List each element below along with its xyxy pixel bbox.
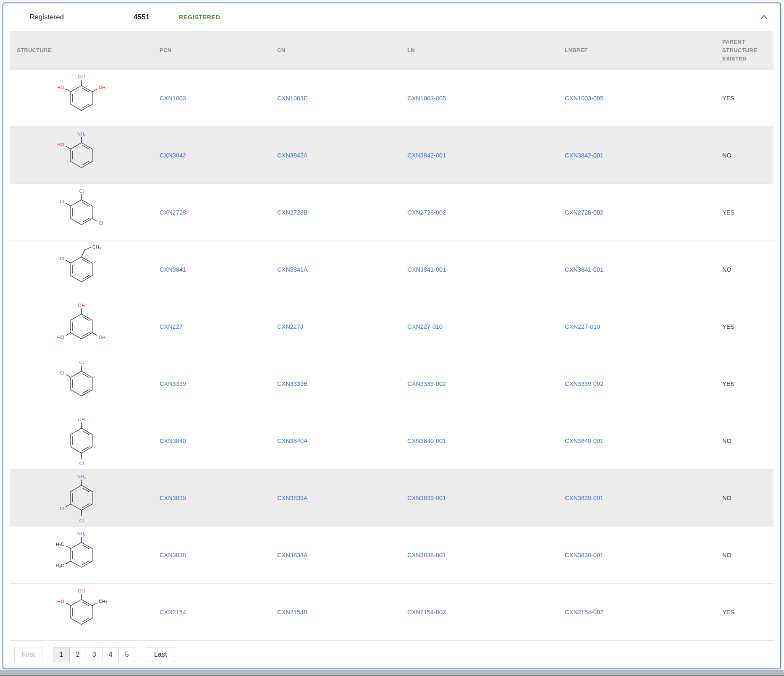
page-button-5[interactable]: 5 bbox=[118, 647, 135, 662]
parent-structure-existed-value: YES bbox=[716, 323, 774, 330]
pcn-link[interactable]: CXN2728 bbox=[160, 209, 186, 216]
cn-cell: CXN3839A bbox=[270, 495, 401, 501]
pcn-link[interactable]: CXN3842 bbox=[160, 152, 186, 159]
svg-text:OH: OH bbox=[78, 74, 85, 79]
table-body: OHHOOHCXN1003CXN1003ECXN1003-005CXN1003-… bbox=[10, 70, 774, 641]
ln-cell: CXN2728-002 bbox=[401, 209, 558, 216]
page-button-1[interactable]: 1 bbox=[53, 647, 70, 662]
svg-text:NH₂: NH₂ bbox=[77, 531, 86, 536]
parent-structure-existed-value: NO bbox=[716, 152, 774, 159]
pcn-link[interactable]: CXN2154 bbox=[160, 609, 186, 616]
pcn-link[interactable]: CXN3339 bbox=[160, 380, 186, 387]
lnbref-link[interactable]: CXN2154-002 bbox=[565, 609, 603, 616]
structure-cell: OHHOOH bbox=[10, 70, 153, 126]
lnbref-cell: CXN227-010 bbox=[558, 323, 716, 330]
ln-link[interactable]: CXN3840-001 bbox=[407, 438, 446, 444]
molecule-structure: OHHOOH bbox=[50, 71, 113, 125]
pcn-cell: CXN2728 bbox=[153, 209, 270, 216]
table-row[interactable]: OHHOOHCXN227CXN227JCXN227-010CXN227-010Y… bbox=[10, 298, 774, 355]
first-page-button[interactable]: First bbox=[14, 647, 42, 662]
molecule-structure: NH₂H₃CH₃C bbox=[50, 528, 113, 582]
cn-link[interactable]: CXN3842A bbox=[277, 152, 308, 159]
table-row[interactable]: ClClCXN3339CXN3339BCXN3339-002CXN3339-00… bbox=[10, 355, 774, 412]
table-row[interactable]: OHHOOHCXN1003CXN1003ECXN1003-005CXN1003-… bbox=[10, 70, 774, 127]
cn-link[interactable]: CXN227J bbox=[277, 323, 303, 330]
table-row[interactable]: CH₃ClCXN3841CXN3841ACXN3841-001CXN3841-0… bbox=[10, 241, 774, 298]
cn-link[interactable]: CXN3339B bbox=[277, 380, 308, 387]
lnbref-cell: CXN3841-001 bbox=[558, 266, 716, 273]
cn-cell: CXN1003E bbox=[270, 95, 401, 102]
pcn-link[interactable]: CXN227 bbox=[160, 323, 183, 330]
svg-text:CH₃: CH₃ bbox=[92, 244, 101, 249]
cn-link[interactable]: CXN3840A bbox=[277, 438, 308, 444]
pcn-link[interactable]: CXN1003 bbox=[160, 95, 186, 102]
page-button-2[interactable]: 2 bbox=[69, 647, 86, 662]
pcn-cell: CXN3339 bbox=[153, 380, 270, 387]
molecule-structure: OHHOCH₃ bbox=[50, 585, 113, 639]
lnbref-link[interactable]: CXN227-010 bbox=[565, 323, 600, 330]
table-row[interactable]: NH₂ClClCXN3839CXN3839ACXN3839-001CXN3839… bbox=[10, 469, 774, 527]
pcn-link[interactable]: CXN3839 bbox=[160, 495, 186, 501]
cn-link[interactable]: CXN3839A bbox=[277, 495, 308, 501]
ln-link[interactable]: CXN3839-001 bbox=[407, 495, 446, 501]
lnbref-cell: CXN3839-001 bbox=[558, 495, 716, 501]
molecule-structure: OHCl bbox=[50, 414, 113, 467]
ln-link[interactable]: CXN227-010 bbox=[407, 323, 443, 330]
lnbref-link[interactable]: CXN3841-001 bbox=[565, 266, 603, 273]
lnbref-link[interactable]: CXN3842-001 bbox=[565, 152, 603, 159]
svg-text:H₃C: H₃C bbox=[56, 563, 64, 568]
pcn-cell: CXN3838 bbox=[153, 552, 270, 558]
ln-link[interactable]: CXN2728-002 bbox=[407, 209, 446, 216]
record-count: 4551 bbox=[134, 13, 179, 21]
structure-cell: ClCl bbox=[10, 355, 153, 412]
panel-title: Registered bbox=[29, 13, 134, 21]
registered-panel: Registered 4551 REGISTERED STRUCTURE PCN… bbox=[3, 3, 781, 669]
ln-cell: CXN3839-001 bbox=[401, 495, 558, 501]
table-row[interactable]: NH₂H₃CH₃CCXN3838CXN3838ACXN3838-001CXN38… bbox=[10, 527, 774, 584]
ln-cell: CXN3838-001 bbox=[401, 552, 558, 558]
ln-link[interactable]: CXN2154-002 bbox=[407, 609, 446, 616]
lnbref-link[interactable]: CXN1003-005 bbox=[565, 95, 603, 102]
collapse-button[interactable] bbox=[759, 13, 768, 22]
cn-link[interactable]: CXN2154B bbox=[277, 609, 308, 616]
pcn-cell: CXN3839 bbox=[153, 495, 270, 501]
lnbref-link[interactable]: CXN3339-002 bbox=[565, 380, 603, 387]
parent-structure-existed-value: YES bbox=[716, 380, 774, 387]
lnbref-link[interactable]: CXN3838-001 bbox=[565, 552, 603, 558]
pcn-link[interactable]: CXN3840 bbox=[160, 438, 186, 444]
cn-link[interactable]: CXN3838A bbox=[277, 552, 308, 558]
lnbref-link[interactable]: CXN3840-001 bbox=[565, 438, 603, 444]
last-page-button[interactable]: Last bbox=[146, 647, 175, 662]
svg-text:NH₂: NH₂ bbox=[77, 474, 86, 479]
parent-structure-existed-value: YES bbox=[716, 95, 774, 102]
parent-structure-existed-value: NO bbox=[716, 552, 774, 558]
svg-text:OH: OH bbox=[99, 335, 105, 340]
page-button-3[interactable]: 3 bbox=[86, 647, 102, 662]
pcn-link[interactable]: CXN3841 bbox=[160, 266, 186, 273]
cn-link[interactable]: CXN1003E bbox=[277, 95, 308, 102]
lnbref-link[interactable]: CXN2728-002 bbox=[565, 209, 603, 216]
cn-link[interactable]: CXN3841A bbox=[277, 266, 308, 273]
column-header-ln: LN bbox=[401, 46, 558, 55]
lnbref-link[interactable]: CXN3839-001 bbox=[565, 495, 603, 501]
parent-structure-existed-value: NO bbox=[716, 266, 774, 273]
structure-cell: NH₂ClCl bbox=[10, 469, 153, 526]
page-button-4[interactable]: 4 bbox=[102, 647, 119, 662]
table-row[interactable]: ClClClCXN2728CXN2728BCXN2728-002CXN2728-… bbox=[10, 184, 774, 241]
ln-link[interactable]: CXN3842-001 bbox=[407, 152, 446, 159]
svg-text:OH: OH bbox=[78, 588, 85, 593]
ln-link[interactable]: CXN3841-001 bbox=[407, 266, 446, 273]
pcn-cell: CXN3841 bbox=[153, 266, 270, 273]
table-row[interactable]: NH₂HOCXN3842CXN3842ACXN3842-001CXN3842-0… bbox=[10, 127, 774, 184]
pcn-link[interactable]: CXN3838 bbox=[160, 552, 186, 558]
table-row[interactable]: OHClCXN3840CXN3840ACXN3840-001CXN3840-00… bbox=[10, 412, 774, 469]
structure-cell: ClClCl bbox=[10, 184, 153, 241]
table-row[interactable]: OHHOCH₃CXN2154CXN2154BCXN2154-002CXN2154… bbox=[10, 584, 774, 641]
pcn-cell: CXN3842 bbox=[153, 152, 270, 159]
lnbref-cell: CXN1003-005 bbox=[558, 95, 716, 102]
cn-link[interactable]: CXN2728B bbox=[277, 209, 308, 216]
ln-cell: CXN3841-001 bbox=[401, 266, 558, 273]
ln-link[interactable]: CXN1003-005 bbox=[407, 95, 446, 102]
ln-link[interactable]: CXN3339-002 bbox=[407, 380, 446, 387]
ln-link[interactable]: CXN3838-001 bbox=[407, 552, 446, 558]
